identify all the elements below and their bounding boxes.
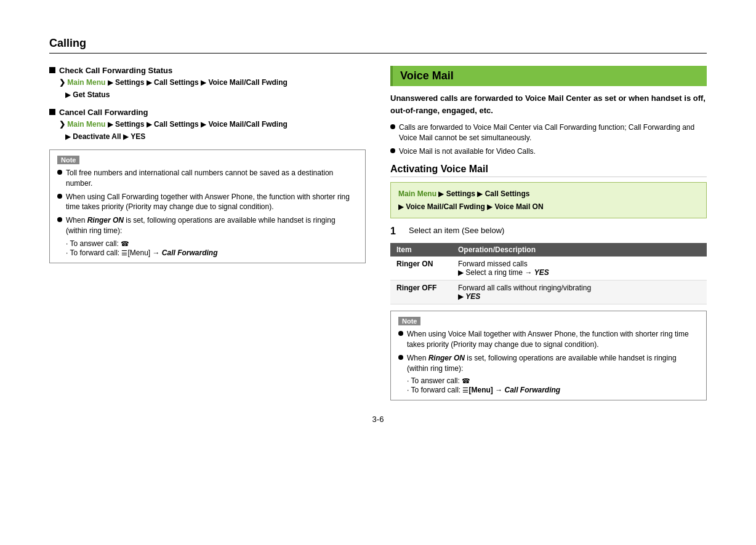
step-1-text: Select an item (See below) xyxy=(409,226,504,235)
left-sub-item-2: · To forward call: ☰[Menu] → Call Forwar… xyxy=(66,249,358,257)
vm-bullet-text-2: Voice Mail is not available for Video Ca… xyxy=(399,146,707,157)
right-note-label: Note xyxy=(398,317,420,325)
right-note-item-1: When using Voice Mail together with Answ… xyxy=(398,329,699,350)
page-number: 3-6 xyxy=(49,415,707,424)
green-nav-box: Main Menu ▶ Settings ▶ Call Settings ▶ V… xyxy=(390,182,707,218)
right-note-sub: · To answer call: ☎ · To forward call: ☰… xyxy=(407,376,699,394)
vm-intro: Unanswered calls are forwarded to Voice … xyxy=(390,92,707,116)
note-dot-3 xyxy=(57,217,62,222)
section1-title: Check Call Forwarding Status xyxy=(49,66,366,75)
right-note-text-1: When using Voice Mail together with Answ… xyxy=(407,329,699,350)
note-text-1: Toll free numbers and international call… xyxy=(66,168,358,189)
left-note-item-1: Toll free numbers and international call… xyxy=(57,168,358,189)
page-container: Calling Check Call Forwarding Status ❯ M… xyxy=(0,0,756,545)
note-text-3: When Ringer ON is set, following operati… xyxy=(66,215,358,236)
left-note-sub: · To answer call: ☎ · To forward call: ☰… xyxy=(66,239,358,257)
note-dot-1 xyxy=(57,170,62,175)
right-note-item-2: When Ringer ON is set, following operati… xyxy=(398,353,699,374)
right-note-dot-1 xyxy=(398,331,403,336)
note-text-2: When using Call Forwarding together with… xyxy=(66,192,358,213)
ringer-off-desc: Forward all calls without ringing/vibrat… xyxy=(452,280,707,304)
step-1-number: 1 xyxy=(390,226,403,237)
vm-bullet-text-1: Calls are forwarded to Voice Mail Center… xyxy=(399,122,707,143)
right-sub-item-2: · To forward call: ☰[Menu] → Call Forwar… xyxy=(407,386,699,394)
table-row-ringer-on: Ringer ON Forward missed calls ▶ Select … xyxy=(390,257,707,280)
left-note-box: Note Toll free numbers and international… xyxy=(49,149,366,263)
vm-dot-2 xyxy=(390,148,395,153)
left-sub-item-1: · To answer call: ☎ xyxy=(66,239,358,248)
square-bullet-1 xyxy=(49,67,55,73)
right-sub-item-1: · To answer call: ☎ xyxy=(407,376,699,385)
ringer-on-item: Ringer ON xyxy=(390,257,452,280)
right-note-dot-2 xyxy=(398,355,403,360)
right-column: Voice Mail Unanswered calls are forwarde… xyxy=(390,66,707,405)
ringer-on-desc: Forward missed calls ▶ Select a ring tim… xyxy=(452,257,707,280)
page-title: Calling xyxy=(49,37,86,49)
section-cancel-forwarding: Cancel Call Forwarding ❯ Main Menu ▶ Set… xyxy=(49,108,366,142)
table-header-item: Item xyxy=(390,243,452,257)
section2-nav1: ❯ Main Menu ▶ Settings ▶ Call Settings ▶… xyxy=(59,119,366,130)
square-bullet-2 xyxy=(49,109,55,115)
vm-dot-1 xyxy=(390,124,395,129)
right-note-box: Note When using Voice Mail together with… xyxy=(390,311,707,400)
voice-mail-header: Voice Mail xyxy=(390,66,707,86)
section-check-forwarding: Check Call Forwarding Status ❯ Main Menu… xyxy=(49,66,366,100)
green-nav-line1: Main Menu ▶ Settings ▶ Call Settings xyxy=(398,188,699,200)
right-note-text-2: When Ringer ON is set, following operati… xyxy=(407,353,699,374)
left-note-item-2: When using Call Forwarding together with… xyxy=(57,192,358,213)
two-column-layout: Check Call Forwarding Status ❯ Main Menu… xyxy=(49,66,707,405)
step-1-row: 1 Select an item (See below) xyxy=(390,226,707,237)
section1-nav1: ❯ Main Menu ▶ Settings ▶ Call Settings ▶… xyxy=(59,77,366,88)
table-header-row: Item Operation/Description xyxy=(390,243,707,257)
note-dot-2 xyxy=(57,194,62,199)
section2-nav2: ▶ Deactivate All ▶ YES xyxy=(59,131,366,142)
vm-bullets: Calls are forwarded to Voice Mail Center… xyxy=(390,122,707,156)
table-header-operation: Operation/Description xyxy=(452,243,707,257)
vm-bullet-2: Voice Mail is not available for Video Ca… xyxy=(390,146,707,157)
left-note-label: Note xyxy=(57,156,79,164)
activating-title: Activating Voice Mail xyxy=(390,164,707,177)
ringer-off-item: Ringer OFF xyxy=(390,280,452,304)
page-header: Calling xyxy=(49,37,707,54)
section1-nav2: ▶ Get Status xyxy=(59,89,366,100)
green-nav-line2: ▶ Voice Mail/Call Fwding ▶ Voice Mail ON xyxy=(398,201,699,213)
table-row-ringer-off: Ringer OFF Forward all calls without rin… xyxy=(390,280,707,304)
voice-mail-title: Voice Mail xyxy=(400,70,454,82)
left-column: Check Call Forwarding Status ❯ Main Menu… xyxy=(49,66,366,405)
vm-table: Item Operation/Description Ringer ON For… xyxy=(390,243,707,304)
left-note-item-3: When Ringer ON is set, following operati… xyxy=(57,215,358,236)
vm-bullet-1: Calls are forwarded to Voice Mail Center… xyxy=(390,122,707,143)
section2-title: Cancel Call Forwarding xyxy=(49,108,366,117)
